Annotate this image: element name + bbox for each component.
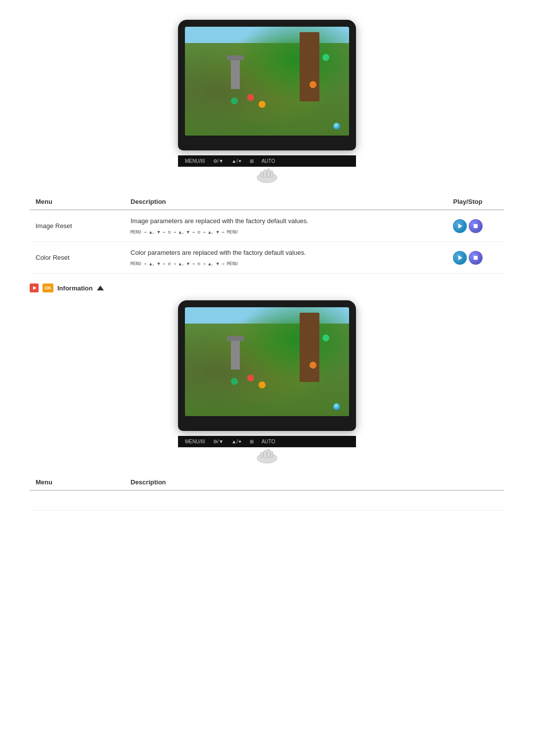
pagoda-1	[231, 59, 240, 89]
ctrl2-nav: ▲/✦	[231, 439, 242, 444]
ctrl2-menu: MENU/III	[185, 439, 205, 444]
ctrl2-display: ⊞	[250, 439, 254, 444]
monitor-2	[178, 300, 356, 431]
btn-pair-image-reset	[437, 219, 498, 233]
monitor-1	[178, 20, 356, 150]
monitor-indicator-1	[333, 123, 340, 130]
menu-path-image-reset: MENU → ▲, ▼ → ⊡ → ▲, ▼ → ⊡ → ▲, ▼ → MENU	[131, 229, 425, 236]
th-menu-1: Menu	[30, 194, 125, 210]
ball-orange-2	[259, 381, 266, 388]
svg-rect-9	[261, 452, 263, 458]
pagoda-2	[231, 340, 240, 370]
menu-path-color-reset: MENU → ▲, ▼ → ⊡ → ▲, ▼ → ⊡ → ▲, ▼ → MENU	[131, 261, 425, 268]
desc-image-reset: Image parameters are replaced with the f…	[125, 210, 431, 242]
desc-text-image-reset: Image parameters are replaced with the f…	[131, 216, 425, 226]
th-menu-2: Menu	[30, 474, 125, 490]
svg-rect-3	[270, 171, 273, 178]
stop-icon-image-reset	[474, 224, 478, 228]
monitor-indicator-2	[333, 403, 340, 410]
svg-rect-6	[264, 450, 267, 458]
info-img-label: OK	[44, 285, 51, 290]
btn-pair-color-reset	[437, 251, 498, 265]
monitor-screen-1	[185, 27, 349, 136]
th-playstop-2-empty	[431, 474, 504, 490]
ball-orange-1	[259, 101, 266, 108]
ball-green-1	[231, 97, 238, 104]
info-play-triangle	[33, 286, 37, 290]
info-triangle-icon	[97, 285, 104, 290]
play-icon-image-reset	[458, 224, 462, 229]
table-row-image-reset: Image Reset Image parameters are replace…	[30, 210, 504, 242]
desc-text-color-reset: Color parameters are replaced with the f…	[131, 248, 425, 258]
ctrl2-auto: AUTO	[262, 439, 275, 444]
svg-rect-1	[264, 170, 267, 178]
th-description-2: Description	[125, 474, 431, 490]
info-img-icon: OK	[43, 284, 53, 292]
ctrl-settings: ⚙/▼	[213, 158, 224, 164]
info-bar: OK Information	[30, 284, 504, 292]
ctrl-menu: MENU/III	[185, 158, 205, 164]
playstop-color-reset	[431, 242, 504, 274]
tree-2	[300, 313, 319, 382]
ball-orange2-1	[310, 81, 316, 88]
ctrl-display: ⊞	[250, 158, 254, 164]
monitor-screen-2	[185, 307, 349, 416]
table-row-color-reset: Color Reset Color parameters are replace…	[30, 242, 504, 274]
play-button-color-reset[interactable]	[453, 251, 467, 265]
play-icon-color-reset	[458, 255, 462, 260]
garden-scene-2	[185, 307, 349, 416]
desc-color-reset: Color parameters are replaced with the f…	[125, 242, 431, 274]
hand-svg-2	[255, 447, 279, 465]
control-bar-2: MENU/III ⚙/▼ ▲/✦ ⊞ AUTO	[178, 436, 356, 447]
hand-icon-2	[30, 447, 504, 465]
ball-orange2-2	[310, 362, 316, 369]
ctrl-auto: AUTO	[262, 158, 275, 164]
th-playstop-1: Play/Stop	[431, 194, 504, 210]
menu-label-color-reset: Color Reset	[30, 242, 125, 274]
ball-red-2	[247, 375, 254, 381]
ctrl-nav: ▲/✦	[231, 158, 242, 164]
monitor-section-2	[30, 300, 504, 431]
ball-lime-1	[322, 54, 329, 61]
hand-icon-1	[30, 167, 504, 184]
feature-table-2: Menu Description	[30, 474, 504, 511]
svg-rect-2	[267, 169, 270, 178]
ctrl2-settings: ⚙/▼	[213, 439, 224, 444]
control-bar-1: MENU/III ⚙/▼ ▲/✦ ⊞ AUTO	[178, 155, 356, 167]
stop-button-color-reset[interactable]	[469, 251, 483, 265]
table-row-section2-placeholder	[30, 490, 504, 510]
svg-rect-7	[267, 449, 270, 458]
svg-rect-4	[261, 172, 263, 178]
th-description-1: Description	[125, 194, 431, 210]
stop-button-image-reset[interactable]	[469, 219, 483, 233]
menu-label-image-reset: Image Reset	[30, 210, 125, 242]
ball-lime-2	[322, 334, 329, 341]
ball-red-1	[247, 94, 254, 101]
monitor-section-1	[30, 20, 504, 150]
garden-scene-1	[185, 27, 349, 136]
control-bar-wrapper-2: MENU/III ⚙/▼ ▲/✦ ⊞ AUTO	[30, 436, 504, 447]
stop-icon-color-reset	[474, 256, 478, 260]
table-placeholder-cell	[30, 490, 504, 510]
play-button-image-reset[interactable]	[453, 219, 467, 233]
ball-green-2	[231, 378, 238, 385]
svg-rect-8	[270, 451, 273, 458]
control-bar-wrapper-1: MENU/III ⚙/▼ ▲/✦ ⊞ AUTO	[30, 155, 504, 167]
info-label: Information	[57, 284, 93, 292]
hand-svg-1	[255, 167, 279, 184]
info-play-icon	[30, 284, 39, 292]
playstop-image-reset	[431, 210, 504, 242]
tree-1	[300, 32, 319, 101]
feature-table-1: Menu Description Play/Stop Image Reset I…	[30, 194, 504, 274]
